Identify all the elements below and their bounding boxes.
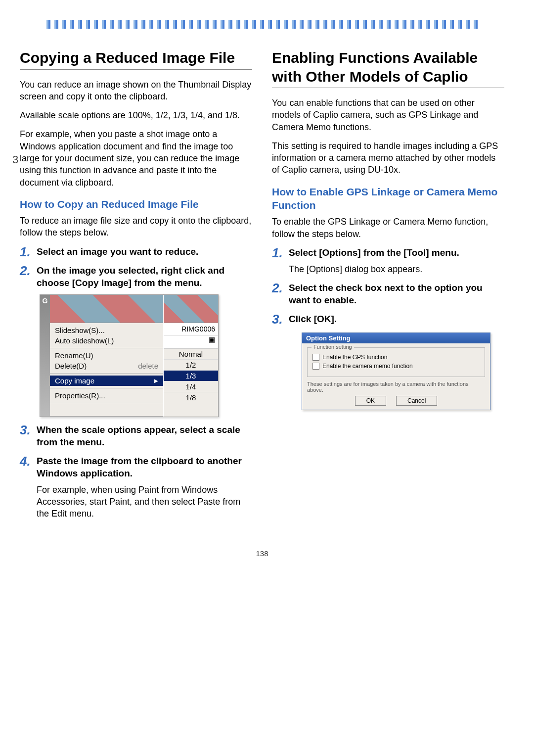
step-number: 1.: [272, 245, 283, 262]
step-text: When the scale options appear, select a …: [37, 425, 240, 447]
menu-item-auto-slideshow[interactable]: Auto slideshow(L): [50, 335, 163, 346]
left-p2: Available scale options are 100%, 1/2, 1…: [20, 109, 252, 121]
copy-image-menu-figure: G Slideshow(S)... Auto slideshow(L) Rena…: [40, 294, 219, 417]
right-step-2: 2. Select the check box next to the opti…: [272, 282, 504, 306]
menu-item-copy-image[interactable]: Copy image ▶: [50, 376, 163, 386]
page-top-border: [44, 20, 480, 29]
step-text: Select the check box next to the option …: [289, 283, 483, 305]
image-filename: RIMG0006: [164, 323, 218, 335]
menu-item-rename[interactable]: Rename(U): [50, 350, 163, 361]
step-number: 3.: [20, 422, 31, 439]
thumbnail-strip: [50, 295, 163, 323]
left-heading: Copying a Reduced Image File: [20, 48, 252, 67]
right-heading: Enabling Functions Available with Other …: [272, 48, 504, 86]
step-body: The [Options] dialog box appears.: [289, 263, 504, 275]
left-p4: To reduce an image file size and copy it…: [20, 215, 252, 239]
scale-option-eighth[interactable]: 1/8: [164, 392, 218, 403]
right-column: Enabling Functions Available with Other …: [272, 44, 504, 524]
step-number: 4.: [20, 453, 31, 470]
checkbox-enable-gps[interactable]: Enable the GPS function: [312, 354, 480, 361]
step-text: Click [OK].: [289, 314, 337, 324]
scale-option-normal[interactable]: Normal: [164, 349, 218, 360]
scale-option-half[interactable]: 1/2: [164, 360, 218, 371]
ok-button[interactable]: OK: [355, 396, 386, 406]
thumbnail-image: [164, 295, 218, 323]
context-menu: Slideshow(S)... Auto slideshow(L) Rename…: [50, 295, 164, 417]
left-p3: For example, when you paste a shot image…: [20, 128, 252, 188]
menu-item-properties[interactable]: Properties(R)...: [50, 390, 163, 401]
function-setting-group: Function setting Enable the GPS function…: [307, 347, 485, 377]
checkbox-label: Enable the GPS function: [322, 354, 387, 361]
step-text: Select an image you want to reduce.: [37, 246, 198, 257]
checkbox-icon: [312, 354, 319, 361]
dialog-title: Option Setting: [302, 333, 490, 343]
left-step-2: 2. On the image you selected, right clic…: [20, 265, 252, 289]
submenu-arrow-icon: ▶: [154, 378, 158, 383]
left-step-4: 4. Paste the image from the clipboard to…: [20, 455, 252, 520]
checkbox-enable-memo[interactable]: Enable the camera memo function: [312, 363, 480, 370]
step-number: 2.: [272, 280, 283, 297]
page-number: 138: [20, 549, 504, 558]
left-subheading: How to Copy an Reduced Image File: [20, 197, 252, 211]
heading-underline: [20, 69, 252, 70]
group-legend: Function setting: [312, 344, 354, 350]
menu-item-slideshow[interactable]: Slideshow(S)...: [50, 325, 163, 335]
right-step-3: 3. Click [OK].: [272, 313, 504, 326]
dialog-note: These settings are for images taken by a…: [307, 380, 485, 396]
step-text: Select [Options] from the [Tool] menu.: [289, 247, 459, 258]
fig1-sidebar: G: [40, 295, 50, 417]
step-text: On the image you selected, right click a…: [37, 265, 224, 288]
menu-item-delete[interactable]: Delete(D) delete: [50, 361, 163, 371]
left-steps: 1. Select an image you want to reduce. 2…: [20, 246, 252, 289]
option-setting-dialog: Option Setting Function setting Enable t…: [302, 332, 490, 410]
right-steps: 1. Select [Options] from the [Tool] menu…: [272, 247, 504, 326]
scale-option-quarter[interactable]: 1/4: [164, 381, 218, 392]
cancel-button[interactable]: Cancel: [396, 396, 437, 406]
checkbox-icon: [312, 363, 319, 370]
left-step-3: 3. When the scale options appear, select…: [20, 424, 252, 448]
step-text: Paste the image from the clipboard to an…: [37, 456, 242, 478]
scale-option-third[interactable]: 1/3: [164, 371, 218, 381]
left-column: Copying a Reduced Image File You can red…: [20, 44, 252, 524]
right-step-1: 1. Select [Options] from the [Tool] menu…: [272, 247, 504, 275]
step-body: For example, when using Paint from Windo…: [37, 484, 252, 520]
step-number: 3.: [272, 311, 283, 328]
section-number: 3: [12, 153, 18, 166]
right-p2: This setting is required to handle image…: [272, 140, 504, 176]
left-step-1: 1. Select an image you want to reduce.: [20, 246, 252, 258]
image-thumb-icon: ▣: [164, 335, 218, 349]
right-p3: To enable the GPS Linkage or Camera Memo…: [272, 216, 504, 240]
step-number: 2.: [20, 263, 31, 280]
checkbox-label: Enable the camera memo function: [322, 363, 413, 370]
right-p1: You can enable functions that can be use…: [272, 97, 504, 133]
heading-underline: [272, 88, 504, 88]
scale-submenu: RIMG0006 ▣ Normal 1/2 1/3 1/4 1/8: [164, 295, 218, 417]
left-steps-continued: 3. When the scale options appear, select…: [20, 424, 252, 520]
left-p1: You can reduce an image shown on the Thu…: [20, 79, 252, 103]
step-number: 1.: [20, 244, 31, 261]
right-subheading: How to Enable GPS Linkage or Camera Memo…: [272, 185, 504, 212]
